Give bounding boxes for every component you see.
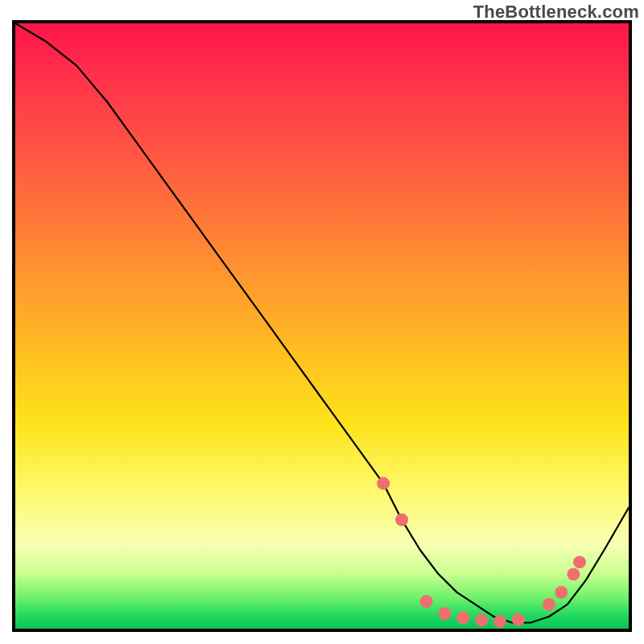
curve-marker	[555, 586, 568, 599]
curve-marker	[573, 555, 586, 568]
curve-marker	[438, 607, 451, 620]
curve-marker	[567, 568, 580, 580]
curve-svg	[15, 23, 629, 629]
curve-marker	[377, 477, 390, 490]
curve-marker	[395, 514, 408, 526]
curve-marker	[493, 615, 506, 628]
curve-marker	[475, 614, 488, 627]
curve-marker	[456, 612, 469, 625]
bottleneck-curve-path	[15, 23, 629, 622]
plot-area	[12, 20, 632, 632]
chart-stage: TheBottleneck.com	[0, 0, 644, 644]
marker-group	[377, 477, 586, 628]
curve-marker	[543, 598, 555, 611]
curve-marker	[420, 595, 433, 608]
curve-marker	[512, 613, 525, 626]
